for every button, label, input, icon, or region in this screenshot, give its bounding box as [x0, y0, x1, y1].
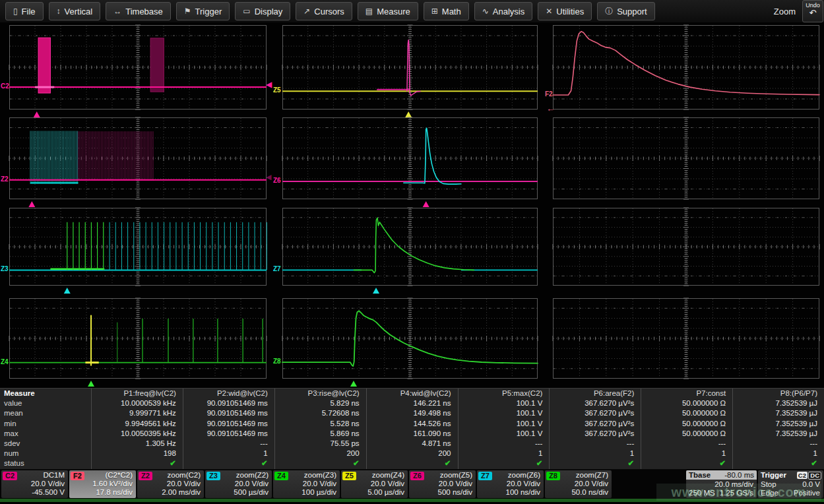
menu-button-cursors[interactable]: ↗Cursors	[296, 2, 352, 20]
c2-trigger-level-arrow: ◀	[266, 80, 272, 88]
menu-button-display[interactable]: ▭Display	[235, 2, 290, 20]
descriptor-tdiv: 2.00 ms/div	[162, 488, 201, 497]
timebase-sample-rate: 1.25 GS/s	[720, 489, 753, 497]
measure-col-header-p6: P6:area(F2)	[549, 389, 641, 398]
measure-sdev-p7: ---	[641, 439, 732, 449]
channel-descriptor-z3[interactable]: Z3zoom(Z2)20.0 V/div500 µs/div	[205, 470, 272, 498]
measure-mean-p4: 149.498 ns	[366, 408, 458, 418]
bottom-green-strip	[0, 499, 824, 502]
channel-descriptor-z6[interactable]: Z6zoom(Z5)20.0 V/div500 ns/div	[409, 470, 476, 498]
measure-col-header-p8: P8:(P6/P7)	[732, 389, 824, 398]
menu-bar: ▯File↕Vertical↔Timebase⚑Trigger▭Display↗…	[0, 0, 824, 22]
measure-sdev-p5: ---	[458, 439, 550, 449]
channel-descriptor-z4[interactable]: Z4zoom(Z3)20.0 V/div100 µs/div	[273, 470, 340, 498]
measure-status-p1: ✔	[91, 458, 183, 468]
undo-icon: ↶	[803, 9, 823, 17]
measure-min-p1: 9.9949561 kHz	[91, 419, 183, 429]
menu-button-timebase[interactable]: ↔Timebase	[106, 2, 171, 20]
menu-label: Trigger	[195, 7, 222, 16]
channel-descriptor-z5[interactable]: Z5zoom(Z4)20.0 V/div5.00 µs/div	[341, 470, 408, 498]
descriptor-vdiv: 1.60 kV²/div	[92, 480, 133, 488]
trigger-mode: Stop	[761, 480, 776, 489]
measure-num-p3: 200	[274, 449, 366, 458]
analysis-icon: ∿	[482, 7, 489, 16]
measure-num-p8: 1	[732, 449, 824, 458]
measure-sdev-p8: ---	[732, 439, 824, 449]
measure-row-label-value: value	[0, 398, 91, 408]
menu-button-math[interactable]: ⊞Math	[424, 2, 469, 20]
timebase-per-div: 20.0 ms/div	[714, 480, 753, 489]
measure-status-p4: ✔	[366, 458, 458, 468]
menu-label: Support	[617, 7, 647, 16]
descriptor-source: zoom(Z3)	[304, 471, 336, 480]
descriptor-vdiv: 20.0 V/div	[167, 480, 201, 488]
support-icon: ⓘ	[605, 6, 613, 17]
descriptor-vdiv: 20.0 V/div	[303, 480, 336, 488]
measure-col-header-p2: P2:wid@lv(C2)	[183, 389, 274, 398]
channel-tab-z7: Z7	[478, 472, 492, 480]
measure-icon: ▤	[365, 7, 373, 16]
menu-button-file[interactable]: ▯File	[5, 2, 44, 20]
channel-descriptor-f2[interactable]: F2(C2*C2)1.60 kV²/div17.8 ns/div	[69, 470, 136, 498]
trace-label-z2: Z2	[1, 175, 9, 183]
channel-descriptor-c2[interactable]: C2DC1M20.0 V/div-45.500 V	[1, 470, 68, 498]
menu-label: Utilities	[556, 7, 584, 16]
descriptor-source: zoom(C2)	[168, 471, 201, 480]
measure-table-title: Measure	[0, 389, 91, 398]
measure-num-p5: 1	[458, 449, 550, 458]
menu-label: Cursors	[314, 7, 344, 16]
z2-level-arrow: ◀	[266, 173, 271, 181]
channel-descriptor-z8[interactable]: Z8zoom(Z7)20.0 V/div50.0 ns/div	[545, 470, 612, 498]
math-icon: ⊞	[431, 7, 438, 16]
measure-max-p3: 5.869 ns	[274, 429, 366, 439]
descriptor-source: zoom(Z5)	[440, 471, 472, 480]
trigger-source-badge: C2	[797, 472, 808, 479]
menu-label: Math	[442, 7, 461, 16]
measure-row-label-mean: mean	[0, 408, 91, 418]
undo-button[interactable]: Undo ↶	[802, 0, 823, 22]
trigger-descriptor[interactable]: Trigger C2 DC Stop 0.0 V Edge Positive	[758, 470, 823, 498]
panel-z2	[9, 117, 267, 208]
trace-label-z8: Z8	[273, 358, 282, 365]
menu-button-trigger[interactable]: ⚑Trigger	[176, 2, 230, 20]
channel-tab-z3: Z3	[206, 472, 220, 480]
menu-button-utilities[interactable]: ✕Utilities	[538, 2, 592, 20]
menu-button-measure[interactable]: ▤Measure	[358, 2, 418, 20]
panel-empty-2	[553, 208, 819, 295]
measure-num-p1: 198	[91, 449, 183, 458]
channel-tab-z6: Z6	[410, 472, 424, 480]
channel-descriptor-z2[interactable]: Z2zoom(C2)20.0 V/div2.00 ms/div	[137, 470, 204, 498]
menu-button-analysis[interactable]: ∿Analysis	[474, 2, 532, 20]
menu-button-support[interactable]: ⓘSupport	[597, 2, 655, 20]
descriptor-bar: Tbase -80.0 ms 20.0 ms/div 250 MS 1.25 G…	[0, 470, 824, 499]
timebase-icon: ↔	[113, 7, 121, 16]
measure-max-p8: 7.352539 µJ	[732, 429, 824, 439]
timebase-descriptor[interactable]: Tbase -80.0 ms 20.0 ms/div 250 MS 1.25 G…	[686, 470, 757, 498]
measure-value-p4: 146.221 ns	[366, 398, 458, 408]
measure-col-header-p3: P3:rise@lv(C2)	[274, 389, 366, 398]
measure-value-p2: 90.091051469 ms	[183, 398, 274, 408]
panel-z6	[282, 117, 538, 208]
descriptor-source: zoom(Z4)	[372, 471, 404, 480]
panel-empty-3	[553, 298, 819, 388]
channel-descriptor-z7[interactable]: Z7zoom(Z6)20.0 V/div100 ns/div	[477, 470, 544, 498]
timebase-label: Tbase	[689, 470, 711, 480]
measure-status-p3: ✔	[274, 458, 366, 468]
panel-z8	[282, 298, 538, 388]
oscilloscope-screen: { "menu": { "items": [ {"label":"File","…	[0, 0, 824, 504]
measure-value-p3: 5.829 ns	[274, 398, 366, 408]
trigger-label: Trigger	[761, 470, 786, 480]
measure-col-header-p7: P7:const	[641, 389, 732, 398]
descriptor-tdiv: 50.0 ns/div	[571, 488, 608, 497]
descriptor-tdiv: 500 ns/div	[438, 488, 472, 497]
menu-button-vertical[interactable]: ↕Vertical	[49, 2, 101, 20]
measure-table: MeasureP1:freq@lv(C2)P2:wid@lv(C2)P3:ris…	[0, 388, 824, 470]
measure-sdev-p4: 4.871 ns	[366, 439, 458, 449]
trace-label-f2: F2	[545, 90, 554, 98]
measure-min-p3: 5.528 ns	[274, 419, 366, 429]
measure-sdev-p6: ---	[549, 439, 641, 449]
channel-tab-z8: Z8	[546, 472, 560, 480]
panel-empty-1	[553, 117, 819, 208]
descriptor-vdiv: 20.0 V/div	[371, 480, 404, 488]
trace-label-z7: Z7	[273, 265, 282, 272]
